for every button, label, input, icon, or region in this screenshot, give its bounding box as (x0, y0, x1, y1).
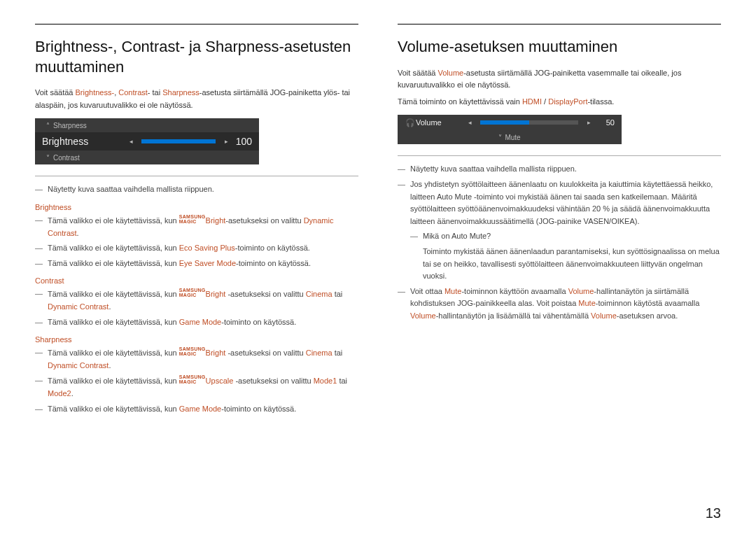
top-rule (398, 24, 721, 24)
sub-question: ―Mikä on Auto Mute? (410, 230, 721, 243)
page-number: 13 (706, 505, 721, 521)
chevron-down-icon: ˅ (42, 154, 53, 162)
list-item: ― Tämä valikko ei ole käytettävissä, kun… (35, 242, 358, 255)
osd-value: 100 (231, 136, 252, 147)
osd-volume: 🎧 Volume ◂ ▸ 50 ˅ Mute (398, 115, 622, 144)
list-item: ― Tämä valikko ei ole käytettävissä, kun… (35, 316, 358, 329)
list-item: ― Tämä valikko ei ole käytettävissä, kun… (35, 258, 358, 270)
note-auto-mute: ―Jos yhdistetyn syöttölaitteen äänenlaat… (398, 178, 721, 227)
osd-above-label: Sharpness (53, 122, 87, 129)
hdmi-note: Tämä toiminto on käytettävissä vain HDMI… (398, 96, 721, 108)
list-item: ― Tämä valikko ei ole käytettävissä, kun… (35, 403, 358, 416)
note-mute: ― Voit ottaa Mute-toiminnon käyttöön ava… (398, 286, 721, 323)
chevron-up-icon: ˄ (42, 122, 53, 129)
osd-below-label: Contrast (53, 154, 80, 162)
samsung-magic-logo: SAMSUNGMAGIC (179, 288, 206, 297)
intro-paragraph: Voit säätää Brightness-, Contrast- tai S… (35, 87, 358, 111)
osd-main-label: Volume (416, 118, 465, 127)
triangle-left-icon: ◂ (126, 138, 136, 145)
list-item: ― Tämä valikko ei ole käytettävissä, kun… (35, 374, 358, 400)
two-column-layout: Brightness-, Contrast- ja Sharpness-aset… (35, 24, 721, 418)
intro-paragraph: Voit säätää Volume-asetusta siirtämällä … (398, 67, 721, 92)
top-rule (35, 24, 358, 24)
triangle-right-icon: ▸ (221, 138, 231, 145)
samsung-magic-logo: SAMSUNGMAGIC (179, 214, 206, 224)
osd-below-label: Mute (505, 134, 520, 141)
left-column: Brightness-, Contrast- ja Sharpness-aset… (35, 24, 358, 418)
osd-slider-fill (480, 120, 529, 125)
samsung-magic-logo: SAMSUNGMAGIC (179, 346, 206, 356)
osd-row-below: ˅ Contrast (35, 150, 259, 164)
list-item: ― Tämä valikko ei ole käytettävissä, kun… (35, 346, 358, 372)
divider (398, 155, 721, 156)
osd-value: 50 (594, 118, 615, 127)
triangle-left-icon: ◂ (465, 119, 475, 126)
note-image-vary: ―Näytetty kuva saattaa vaihdella mallist… (398, 163, 721, 176)
note-image-vary: ―Näytetty kuva saattaa vaihdella mallist… (35, 183, 358, 196)
list-item: ― Tämä valikko ei ole käytettävissä, kun… (35, 288, 358, 313)
section-heading-brightness: Brightness-, Contrast- ja Sharpness-aset… (35, 37, 358, 77)
samsung-magic-logo: SAMSUNGMAGIC (179, 374, 206, 384)
subhead-sharpness: Sharpness (35, 335, 358, 344)
osd-slider (480, 120, 578, 125)
divider (35, 176, 358, 176)
triangle-right-icon: ▸ (584, 119, 594, 126)
osd-row-main: Brightness ◂ ▸ 100 (35, 132, 259, 150)
sub-answer: Toiminto mykistää äänen äänenlaadun para… (410, 246, 721, 283)
subhead-contrast: Contrast (35, 276, 358, 285)
osd-row-above: ˄ Sharpness (35, 118, 259, 132)
osd-row-main: 🎧 Volume ◂ ▸ 50 (398, 115, 622, 130)
manual-page: Brightness-, Contrast- ja Sharpness-aset… (0, 0, 756, 534)
osd-main-label: Brightness (42, 136, 126, 147)
subhead-brightness: Brightness (35, 203, 358, 211)
osd-brightness: ˄ Sharpness Brightness ◂ ▸ 100 ˅ Contras… (35, 118, 259, 164)
section-heading-volume: Volume-asetuksen muuttaminen (398, 37, 721, 57)
list-item: ― Tämä valikko ei ole käytettävissä, kun… (35, 214, 358, 239)
right-column: Volume-asetuksen muuttaminen Voit säätää… (398, 24, 721, 418)
osd-row-below: ˅ Mute (398, 130, 622, 144)
headphones-icon: 🎧 (405, 118, 416, 127)
chevron-down-icon: ˅ (498, 134, 502, 141)
osd-slider (141, 139, 216, 143)
osd-slider-fill (141, 139, 216, 143)
